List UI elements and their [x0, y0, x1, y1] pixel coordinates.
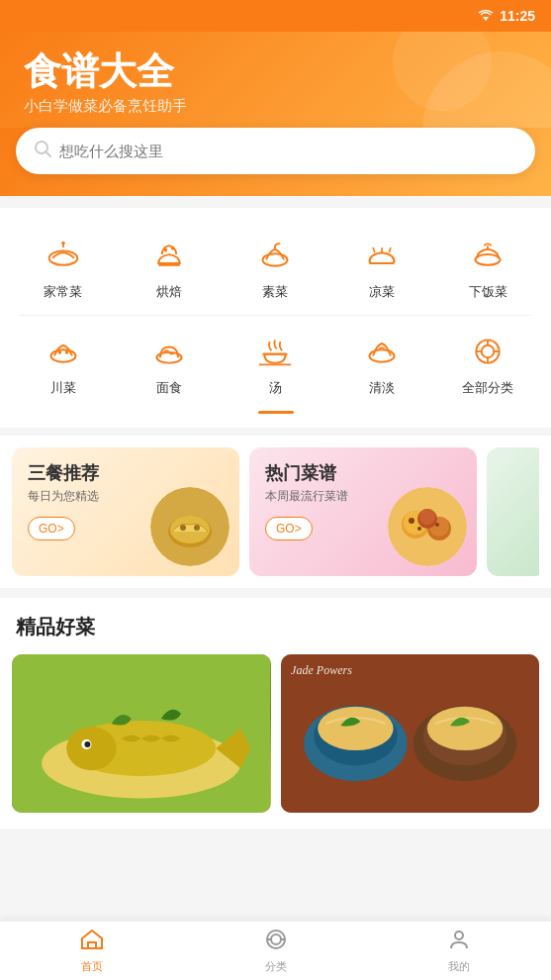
search-bar[interactable]: [16, 128, 535, 174]
banner-meal-title: 三餐推荐: [28, 463, 99, 485]
search-icon: [34, 140, 51, 162]
svg-point-5: [61, 241, 65, 245]
svg-point-49: [318, 707, 393, 750]
app-subtitle: 小白学做菜必备烹饪助手: [24, 97, 527, 116]
category-divider: [20, 315, 531, 316]
svg-point-28: [180, 525, 186, 531]
banner-hot-title: 热门菜谱: [265, 463, 348, 485]
category-icon-noodles: [145, 330, 193, 373]
nav-item-profile[interactable]: 我的: [367, 922, 551, 980]
banners-section: 三餐推荐 每日为您精选 GO> 热门菜谱 本周最流行菜谱: [0, 436, 551, 588]
category-label-sichuan: 川菜: [50, 379, 76, 397]
banner-hot-recipes[interactable]: 热门菜谱 本周最流行菜谱 GO>: [249, 447, 477, 576]
category-homecooking[interactable]: 家常菜: [10, 228, 116, 307]
nav-item-home[interactable]: 首页: [0, 922, 184, 980]
categories-section: 家常菜 烘焙 素菜: [0, 208, 551, 428]
svg-point-36: [419, 509, 435, 525]
banner-hot-text: 热门菜谱 本周最流行菜谱 GO>: [265, 463, 348, 541]
status-time: 11:25: [500, 8, 535, 24]
category-light[interactable]: 清淡: [328, 324, 434, 403]
banner-extra: [487, 447, 539, 576]
category-vegetarian[interactable]: 素菜: [223, 228, 328, 307]
nav-label-home: 首页: [81, 959, 103, 974]
status-bar: 11:25: [0, 0, 551, 32]
category-icon-soup: [251, 330, 299, 373]
recipe-card-dessert[interactable]: Jade Powers: [281, 654, 540, 813]
category-colddish[interactable]: 凉菜: [328, 228, 434, 307]
category-icon-all: [464, 330, 511, 373]
banner-hot-go[interactable]: GO>: [265, 517, 313, 540]
category-icon-vegetarian: [251, 234, 299, 277]
svg-point-20: [482, 345, 495, 358]
wifi-icon: [478, 9, 494, 23]
premium-title: 精品好菜: [12, 614, 539, 640]
premium-section: 精品好菜: [0, 598, 551, 829]
tab-indicator-wrap: [10, 403, 541, 418]
svg-point-1: [36, 142, 47, 153]
category-icon-sichuan: [40, 330, 87, 373]
svg-point-11: [476, 254, 501, 265]
recipe-grid: Jade Powers: [12, 654, 539, 813]
banner-hot-image: [388, 487, 467, 566]
search-input[interactable]: [59, 143, 517, 159]
nav-label-profile: 我的: [448, 959, 470, 974]
nav-item-category[interactable]: 分类: [184, 922, 368, 980]
category-sichuan[interactable]: 川菜: [10, 324, 116, 403]
app-title: 食谱大全: [24, 51, 527, 93]
svg-point-14: [57, 350, 61, 354]
category-label-vegetarian: 素菜: [262, 283, 288, 301]
category-icon-colddish: [358, 234, 406, 277]
nav-icon-category: [264, 929, 288, 956]
svg-marker-0: [483, 17, 489, 21]
banners-row: 三餐推荐 每日为您精选 GO> 热门菜谱 本周最流行菜谱: [12, 447, 539, 576]
banner-meal-recommend[interactable]: 三餐推荐 每日为您精选 GO>: [12, 447, 239, 576]
banner-meal-image: [150, 487, 230, 566]
nav-icon-home: [80, 929, 104, 956]
svg-point-37: [409, 518, 414, 524]
svg-text:Jade Powers: Jade Powers: [291, 662, 352, 676]
category-label-soup: 汤: [269, 379, 282, 397]
svg-point-52: [426, 707, 502, 750]
category-row-2: 川菜 面食: [10, 324, 541, 403]
nav-label-category: 分类: [265, 959, 287, 974]
category-label-light: 清淡: [369, 379, 395, 397]
category-label-baking: 烘焙: [156, 283, 182, 301]
svg-point-45: [84, 741, 90, 747]
category-icon-light: [358, 330, 406, 373]
banner-meal-subtitle: 每日为您精选: [28, 488, 99, 505]
category-label-all: 全部分类: [462, 379, 513, 397]
nav-icon-profile: [447, 929, 471, 956]
bottom-nav: 首页 分类 我的: [0, 921, 551, 980]
category-label-homecooking: 家常菜: [44, 283, 82, 301]
svg-point-56: [271, 934, 281, 944]
svg-point-7: [171, 246, 175, 250]
category-all[interactable]: 全部分类: [435, 324, 541, 403]
recipe-img-dessert: Jade Powers: [281, 654, 540, 813]
category-label-colddish: 凉菜: [369, 283, 395, 301]
category-noodles[interactable]: 面食: [116, 324, 222, 403]
svg-point-39: [435, 523, 439, 527]
svg-point-6: [164, 248, 168, 252]
category-ricedish[interactable]: 下饭菜: [435, 228, 541, 307]
category-label-noodles: 面食: [156, 379, 182, 397]
recipe-img-fish: [12, 654, 271, 813]
svg-point-59: [455, 931, 463, 939]
banner-meal-text: 三餐推荐 每日为您精选 GO>: [28, 463, 99, 541]
svg-rect-54: [88, 942, 96, 948]
banner-meal-go[interactable]: GO>: [28, 517, 75, 540]
tab-indicator: [258, 411, 294, 414]
svg-point-29: [194, 525, 200, 531]
category-row-1: 家常菜 烘焙 素菜: [10, 228, 541, 307]
category-baking[interactable]: 烘焙: [116, 228, 222, 307]
svg-point-38: [417, 527, 421, 531]
category-soup[interactable]: 汤: [223, 324, 328, 403]
category-icon-ricedish: [464, 234, 511, 277]
svg-point-43: [66, 727, 116, 770]
category-icon-baking: [145, 234, 193, 277]
recipe-card-fish[interactable]: [12, 654, 271, 813]
category-label-ricedish: 下饭菜: [469, 283, 507, 301]
bottom-spacer: [0, 829, 551, 898]
svg-point-15: [64, 350, 68, 354]
svg-line-2: [46, 152, 50, 156]
banner-hot-subtitle: 本周最流行菜谱: [265, 488, 348, 505]
